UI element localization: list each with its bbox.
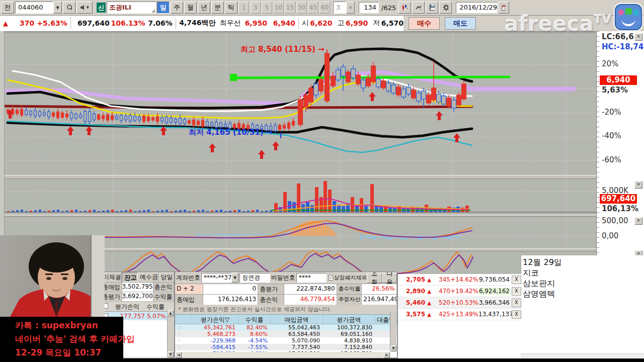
stream-caption: 카톡 : supexbryan 네이버 '추눔' 검색 후 카페가입 12-29… — [0, 317, 123, 358]
tick-45-button[interactable]: 45 — [308, 2, 318, 14]
buy-cell: 5,070,090 — [271, 337, 323, 344]
resize-grip-icon[interactable] — [151, 9, 155, 13]
tick-count-select[interactable]: 3 ▼ — [333, 2, 355, 14]
stock-code-combo[interactable]: 044060 ▼ — [15, 2, 62, 14]
tick-15-button[interactable]: 15 — [285, 2, 295, 14]
settings-button[interactable] — [439, 2, 452, 14]
next-button[interactable]: 다음 — [382, 273, 397, 283]
total-return-value: 26.56% — [362, 284, 397, 294]
remove-button[interactable]: X — [512, 276, 521, 284]
tick-60-button[interactable]: 60 — [319, 2, 330, 14]
volume-cell: 3,966,346 — [478, 299, 510, 306]
axis-hc-label: HC:-18,74 — [602, 42, 643, 51]
stock-name-box[interactable]: 조광ILI — [107, 2, 156, 14]
period-day-button[interactable]: 일 — [157, 2, 170, 14]
pl-column-header[interactable]: 평가손익 — [110, 302, 145, 311]
scroll-down-icon[interactable]: ▼ — [168, 351, 174, 357]
best-ask: 6,950 — [241, 19, 267, 27]
period-tick-button[interactable]: 틱 — [225, 2, 237, 14]
date-input[interactable]: 2016/12/29 — [456, 2, 497, 13]
d2-row: D + 2 0 총평가 222,874,380 총수익률 26.56% — [175, 284, 397, 294]
volume-cell: 9,736,054 — [478, 276, 510, 283]
tick-5-button[interactable]: 5 — [262, 2, 272, 14]
price-axis[interactable]: LC:66,63 HC:-18,74 20% 6,940 5,63% -20% … — [596, 31, 644, 255]
save-button[interactable] — [426, 2, 438, 14]
total-buy-value: 3,502,795 — [122, 283, 153, 292]
tick-1-button[interactable]: 1 — [238, 2, 249, 14]
scroll-left-icon[interactable]: ◄ — [176, 352, 182, 358]
volume-cell: 6,924,162 — [478, 288, 510, 295]
axis-tick-20: 20% — [602, 59, 618, 68]
remove-button[interactable]: X — [512, 310, 521, 319]
watchlist-panel: 2,705 ▲ 345 +14.62% 9,736,054 X 2,890 ▲ … — [397, 274, 521, 358]
tick-3-button[interactable]: 3 — [250, 2, 261, 14]
delist-checkbox[interactable]: ✓ — [329, 275, 333, 281]
query-button[interactable]: 조회 — [367, 273, 382, 283]
memo-panel[interactable]: 12월 29일 지코 삼보판지 삼영엠텍 — [521, 255, 644, 358]
positions-hscrollbar[interactable]: ◄ ► — [176, 352, 390, 357]
eval-amount-column-header[interactable]: 평가금액 — [323, 315, 375, 324]
chevron-down-icon[interactable]: ▼ — [53, 2, 62, 14]
chevron-down-icon[interactable]: ▼ — [346, 2, 355, 14]
bar-index-input[interactable]: 134 — [359, 2, 379, 13]
search-button[interactable] — [63, 2, 75, 14]
mascot-ear-right — [633, 10, 638, 16]
buy-amount-column-header[interactable]: 매입금액 — [271, 315, 323, 324]
watchlist-row[interactable]: 5,460 ▲ 520 +10.53% 3,966,346 X — [398, 297, 521, 309]
tick-10-button[interactable]: 10 — [273, 2, 284, 14]
macd-pane-close-button[interactable]: × — [634, 217, 642, 225]
chart-candle-tool-button[interactable] — [398, 2, 411, 14]
calendar-button[interactable] — [498, 2, 509, 14]
buy-button[interactable]: 매수 — [409, 17, 440, 30]
volume-cell: 13,437,137 — [478, 311, 510, 318]
position-row[interactable]: ∷ 5,468,273 8.60% 63,584,450 69,051,160 — [175, 331, 397, 337]
tab-today[interactable]: 당일 — [158, 272, 174, 282]
watchlist-row[interactable]: 3,575 ▲ 425 +13.49% 13,437,137 X — [398, 309, 521, 320]
change-cell: 520 — [433, 299, 450, 306]
eval-cell: 7,152,840 — [323, 344, 375, 350]
scroll-right-icon[interactable]: ► — [384, 352, 390, 358]
scroll-down-icon[interactable]: ▼ — [390, 345, 396, 351]
scroll-up-icon[interactable]: ▲ — [168, 310, 174, 316]
positions-scrollbar[interactable]: ▼ — [390, 312, 396, 351]
position-row[interactable]: ∷ 45,342,761 82.40% 55,042,463 100,372,8… — [175, 324, 397, 331]
watchlist-row[interactable]: 2,890 ▲ 470 +19.42% 6,924,162 X — [398, 286, 521, 297]
position-row[interactable]: ∷ -229,968 -4.54% 5,070,090 4,838,910 — [175, 337, 397, 344]
position-row[interactable]: ∷ -584,415 -7.55% 7,737,540 7,152,840 — [175, 344, 397, 350]
remove-button[interactable]: X — [512, 299, 521, 307]
tab-deposit[interactable]: 예수금 — [138, 272, 158, 282]
price-cell: 5,460 — [398, 299, 425, 306]
rate-column-header[interactable]: 수익률 — [238, 315, 271, 324]
prev-button[interactable]: 전 — [1, 2, 14, 14]
chevron-down-icon[interactable]: ▼ — [231, 273, 238, 283]
axis-tick-n40: -40% — [602, 131, 621, 140]
balance-scrollbar[interactable]: ▲ ▼ — [167, 310, 174, 357]
datetime-line: 12-29 목요일 10:37 — [15, 347, 101, 358]
watchlist-row[interactable]: 2,705 ▲ 345 +14.62% 9,736,054 X — [398, 274, 521, 286]
sound-button[interactable]: ▼ — [76, 2, 93, 14]
memo-line: 12월 29일 — [523, 257, 644, 267]
gear-icon — [443, 4, 448, 11]
sell-button[interactable]: 매도 — [445, 17, 476, 30]
rate-column-header[interactable]: 수익률 — [145, 302, 166, 311]
price-pane-close-button[interactable]: × — [634, 33, 642, 41]
chart-line-tool-button[interactable] — [412, 2, 425, 14]
est-asset-value: 216,947,493 — [362, 295, 397, 305]
period-week-button[interactable]: 주 — [171, 2, 183, 14]
password-field[interactable]: **** — [296, 273, 327, 283]
stock-code-value[interactable]: 044060 — [15, 2, 53, 14]
remove-button[interactable]: X — [512, 287, 521, 296]
account-holder-field[interactable]: 정연경 — [239, 273, 270, 283]
change-cell: 470 — [433, 288, 450, 295]
volume-pane-close-button[interactable]: × — [634, 181, 642, 189]
period-month-button[interactable]: 월 — [184, 2, 197, 14]
change-arrow-icon: ▲ — [3, 20, 8, 27]
account-label: 계좌번호 — [175, 274, 201, 282]
total-pl-value: 46,779,454 — [284, 295, 337, 305]
tab-balance[interactable]: 잔고 — [122, 272, 138, 282]
period-year-button[interactable]: 년 — [198, 2, 210, 14]
tick-30-button[interactable]: 30 — [296, 2, 307, 14]
pl-column-header[interactable]: 평가손익▽ — [192, 315, 238, 324]
period-minute-button[interactable]: 분 — [211, 2, 224, 14]
account-number-select[interactable]: ****-**37 — [201, 273, 231, 283]
